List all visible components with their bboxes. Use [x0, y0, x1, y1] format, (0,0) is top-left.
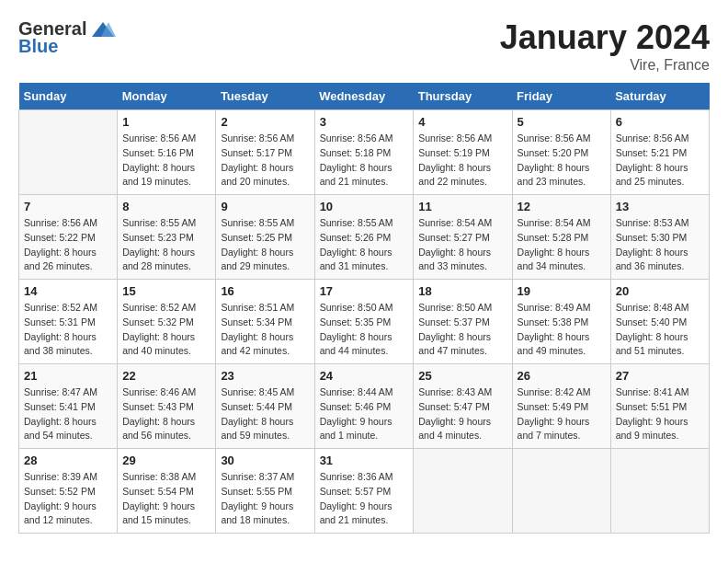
day-number: 17 — [320, 284, 409, 298]
day-info: Sunrise: 8:37 AMSunset: 5:55 PMDaylight:… — [221, 470, 309, 528]
day-number: 27 — [616, 369, 704, 383]
sunset-text: Sunset: 5:57 PM — [320, 485, 409, 500]
calendar-cell — [512, 449, 610, 534]
sunrise-text: Sunrise: 8:49 AM — [518, 301, 606, 316]
sunrise-text: Sunrise: 8:52 AM — [122, 301, 210, 316]
sunset-text: Sunset: 5:28 PM — [518, 231, 606, 246]
sunrise-text: Sunrise: 8:37 AM — [221, 470, 309, 485]
day-number: 1 — [122, 115, 210, 129]
calendar-cell: 29Sunrise: 8:38 AMSunset: 5:54 PMDayligh… — [118, 449, 216, 534]
day-number: 19 — [518, 284, 606, 298]
sunset-text: Sunset: 5:51 PM — [616, 400, 704, 415]
calendar-cell: 16Sunrise: 8:51 AMSunset: 5:34 PMDayligh… — [216, 280, 314, 364]
day-number: 13 — [616, 200, 704, 213]
sunset-text: Sunset: 5:25 PM — [221, 231, 309, 246]
location: Vire, France — [500, 57, 710, 74]
day-info: Sunrise: 8:46 AMSunset: 5:43 PMDaylight:… — [122, 385, 210, 443]
weekday-header-wednesday: Wednesday — [314, 83, 414, 110]
day-info: Sunrise: 8:55 AMSunset: 5:25 PMDaylight:… — [221, 216, 309, 274]
sunrise-text: Sunrise: 8:53 AM — [616, 216, 704, 231]
daylight-text: Daylight: 8 hours and 40 minutes. — [122, 330, 210, 360]
sunrise-text: Sunrise: 8:56 AM — [24, 216, 112, 231]
sunrise-text: Sunrise: 8:54 AM — [418, 216, 506, 231]
day-number: 24 — [320, 369, 409, 383]
sunset-text: Sunset: 5:22 PM — [24, 231, 112, 246]
day-info: Sunrise: 8:39 AMSunset: 5:52 PMDaylight:… — [24, 470, 112, 528]
sunrise-text: Sunrise: 8:52 AM — [24, 301, 112, 316]
day-number: 30 — [221, 454, 309, 467]
sunset-text: Sunset: 5:49 PM — [518, 400, 606, 415]
calendar-cell: 18Sunrise: 8:50 AMSunset: 5:37 PMDayligh… — [414, 280, 512, 364]
sunrise-text: Sunrise: 8:56 AM — [122, 132, 210, 146]
month-title: January 2024 — [500, 18, 710, 57]
sunset-text: Sunset: 5:16 PM — [122, 146, 210, 161]
logo-icon — [90, 20, 116, 39]
day-number: 26 — [518, 369, 606, 383]
sunset-text: Sunset: 5:30 PM — [616, 231, 704, 246]
day-info: Sunrise: 8:38 AMSunset: 5:54 PMDaylight:… — [122, 470, 210, 528]
daylight-text: Daylight: 8 hours and 51 minutes. — [616, 330, 704, 360]
daylight-text: Daylight: 8 hours and 23 minutes. — [518, 161, 606, 190]
daylight-text: Daylight: 9 hours and 4 minutes. — [418, 415, 506, 444]
sunset-text: Sunset: 5:44 PM — [221, 400, 309, 415]
sunset-text: Sunset: 5:37 PM — [418, 316, 506, 330]
daylight-text: Daylight: 8 hours and 33 minutes. — [418, 246, 506, 275]
day-number: 21 — [24, 369, 112, 383]
daylight-text: Daylight: 8 hours and 26 minutes. — [24, 246, 112, 275]
sunrise-text: Sunrise: 8:50 AM — [320, 301, 409, 316]
sunrise-text: Sunrise: 8:36 AM — [320, 470, 409, 485]
weekday-header-friday: Friday — [512, 83, 610, 110]
day-info: Sunrise: 8:56 AMSunset: 5:16 PMDaylight:… — [122, 132, 210, 190]
logo-blue-text: Blue — [18, 36, 58, 57]
daylight-text: Daylight: 9 hours and 15 minutes. — [122, 500, 210, 529]
calendar-cell: 9Sunrise: 8:55 AMSunset: 5:25 PMDaylight… — [216, 195, 314, 280]
sunrise-text: Sunrise: 8:56 AM — [518, 132, 606, 146]
daylight-text: Daylight: 8 hours and 36 minutes. — [616, 246, 704, 275]
weekday-header-tuesday: Tuesday — [216, 83, 314, 110]
sunset-text: Sunset: 5:26 PM — [320, 231, 409, 246]
day-number: 20 — [616, 284, 704, 298]
calendar-cell: 8Sunrise: 8:55 AMSunset: 5:23 PMDaylight… — [118, 195, 216, 280]
daylight-text: Daylight: 9 hours and 9 minutes. — [616, 415, 704, 444]
day-number: 3 — [320, 115, 409, 129]
daylight-text: Daylight: 8 hours and 56 minutes. — [122, 415, 210, 444]
sunrise-text: Sunrise: 8:43 AM — [418, 385, 506, 400]
sunset-text: Sunset: 5:46 PM — [320, 400, 409, 415]
day-info: Sunrise: 8:56 AMSunset: 5:21 PMDaylight:… — [616, 132, 704, 190]
calendar-cell: 25Sunrise: 8:43 AMSunset: 5:47 PMDayligh… — [414, 364, 512, 449]
day-info: Sunrise: 8:41 AMSunset: 5:51 PMDaylight:… — [616, 385, 704, 443]
day-number: 7 — [24, 200, 112, 213]
daylight-text: Daylight: 8 hours and 47 minutes. — [418, 330, 506, 360]
day-number: 8 — [122, 200, 210, 213]
day-info: Sunrise: 8:51 AMSunset: 5:34 PMDaylight:… — [221, 301, 309, 359]
sunrise-text: Sunrise: 8:46 AM — [122, 385, 210, 400]
weekday-header-thursday: Thursday — [414, 83, 512, 110]
day-number: 29 — [122, 454, 210, 467]
day-number: 5 — [518, 115, 606, 129]
calendar-cell: 23Sunrise: 8:45 AMSunset: 5:44 PMDayligh… — [216, 364, 314, 449]
title-block: January 2024 Vire, France — [500, 18, 710, 74]
calendar-table: SundayMondayTuesdayWednesdayThursdayFrid… — [18, 83, 710, 534]
calendar-cell: 10Sunrise: 8:55 AMSunset: 5:26 PMDayligh… — [314, 195, 414, 280]
calendar-cell: 31Sunrise: 8:36 AMSunset: 5:57 PMDayligh… — [314, 449, 414, 534]
sunrise-text: Sunrise: 8:54 AM — [518, 216, 606, 231]
day-info: Sunrise: 8:55 AMSunset: 5:23 PMDaylight:… — [122, 216, 210, 274]
daylight-text: Daylight: 8 hours and 29 minutes. — [221, 246, 309, 275]
day-info: Sunrise: 8:52 AMSunset: 5:31 PMDaylight:… — [24, 301, 112, 359]
day-number: 16 — [221, 284, 309, 298]
day-number: 2 — [221, 115, 309, 129]
daylight-text: Daylight: 9 hours and 18 minutes. — [221, 500, 309, 529]
day-number: 14 — [24, 284, 112, 298]
calendar-cell: 12Sunrise: 8:54 AMSunset: 5:28 PMDayligh… — [512, 195, 610, 280]
calendar-cell: 11Sunrise: 8:54 AMSunset: 5:27 PMDayligh… — [414, 195, 512, 280]
calendar-cell: 6Sunrise: 8:56 AMSunset: 5:21 PMDaylight… — [610, 110, 709, 195]
calendar-cell: 1Sunrise: 8:56 AMSunset: 5:16 PMDaylight… — [118, 110, 216, 195]
daylight-text: Daylight: 8 hours and 31 minutes. — [320, 246, 409, 275]
sunset-text: Sunset: 5:47 PM — [418, 400, 506, 415]
sunrise-text: Sunrise: 8:41 AM — [616, 385, 704, 400]
day-info: Sunrise: 8:55 AMSunset: 5:26 PMDaylight:… — [320, 216, 409, 274]
sunrise-text: Sunrise: 8:56 AM — [221, 132, 309, 146]
sunrise-text: Sunrise: 8:44 AM — [320, 385, 409, 400]
day-info: Sunrise: 8:47 AMSunset: 5:41 PMDaylight:… — [24, 385, 112, 443]
day-info: Sunrise: 8:50 AMSunset: 5:35 PMDaylight:… — [320, 301, 409, 359]
